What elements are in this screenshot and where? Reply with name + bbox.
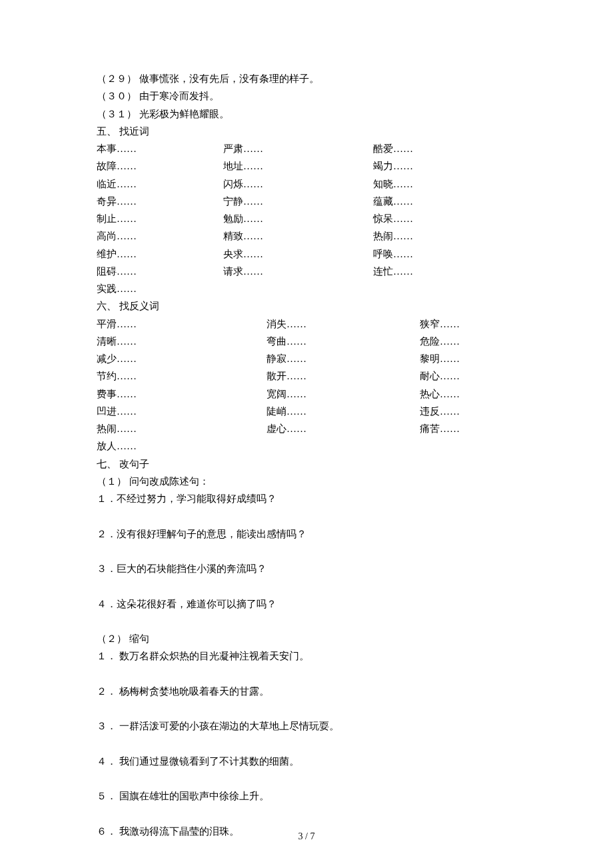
syn-cell: 央求…… (223, 245, 373, 263)
syn-cell: 宁静…… (223, 193, 373, 210)
s-item: ３． 一群活泼可爱的小孩在湖边的大草地上尽情玩耍。 (97, 717, 520, 735)
ant-cell: 热闹…… (97, 420, 267, 437)
item-30: （３０） 由于寒冷而发抖。 (97, 87, 520, 105)
syn-cell: 呼唤…… (373, 245, 520, 263)
syn-cell: 本事…… (97, 140, 223, 157)
ant-cell: 费事…… (97, 385, 267, 403)
q-item: ３．巨大的石块能挡住小溪的奔流吗？ (97, 560, 520, 577)
syn-cell: 请求…… (223, 263, 373, 280)
syn-cell: 故障…… (97, 157, 223, 175)
syn-cell: 惊呆…… (373, 210, 520, 227)
page-number: 3 / 7 (0, 829, 613, 845)
s-item: ４． 我们通过显微镜看到了不计其数的细菌。 (97, 753, 520, 770)
syn-cell: 勉励…… (223, 210, 373, 227)
ant-cell: 痛苦…… (420, 420, 520, 437)
syn-cell (223, 280, 373, 297)
syn-cell: 维护…… (97, 245, 223, 263)
syn-cell: 临近…… (97, 175, 223, 193)
q-item: １．不经过努力，学习能取得好成绩吗？ (97, 490, 520, 507)
ant-cell (420, 437, 520, 455)
item-29: （２９） 做事慌张，没有先后，没有条理的样子。 (97, 70, 520, 87)
section-5-heading: 五、 找近词 (97, 123, 520, 140)
ant-cell: 放人…… (97, 437, 267, 455)
ant-cell: 热心…… (420, 385, 520, 403)
ant-cell: 危险…… (420, 333, 520, 350)
ant-cell: 弯曲…… (267, 333, 420, 350)
q-item: ２．没有很好理解句子的意思，能读出感情吗？ (97, 525, 520, 543)
syn-cell: 严肃…… (223, 140, 373, 157)
syn-cell: 蕴藏…… (373, 193, 520, 210)
ant-cell: 耐心…… (420, 367, 520, 385)
ant-cell: 违反…… (420, 403, 520, 420)
s-item: ５． 国旗在雄壮的国歌声中徐徐上升。 (97, 787, 520, 805)
syn-cell: 奇异…… (97, 193, 223, 210)
syn-cell: 知晓…… (373, 175, 520, 193)
ant-cell: 宽阔…… (267, 385, 420, 403)
ant-cell: 节约…… (97, 367, 267, 385)
ant-cell: 黎明…… (420, 350, 520, 367)
ant-cell: 减少…… (97, 350, 267, 367)
sub1-heading: （１） 问句改成陈述句： (97, 473, 520, 490)
ant-cell: 静寂…… (267, 350, 420, 367)
ant-cell: 清晰…… (97, 333, 267, 350)
syn-cell (373, 280, 520, 297)
syn-cell: 竭力…… (373, 157, 520, 175)
ant-cell: 消失…… (267, 315, 420, 333)
ant-cell: 散开…… (267, 367, 420, 385)
syn-cell: 实践…… (97, 280, 223, 297)
section-6-heading: 六、 找反义词 (97, 297, 520, 315)
ant-cell: 虚心…… (267, 420, 420, 437)
s-item: １． 数万名群众炽热的目光凝神注视着天安门。 (97, 647, 520, 665)
ant-cell: 凹进…… (97, 403, 267, 420)
s-item: ２． 杨梅树贪婪地吮吸着春天的甘露。 (97, 683, 520, 700)
syn-cell: 热闹…… (373, 227, 520, 245)
syn-cell: 酷爱…… (373, 140, 520, 157)
ant-cell: 平滑…… (97, 315, 267, 333)
syn-cell: 连忙…… (373, 263, 520, 280)
syn-cell: 阻碍…… (97, 263, 223, 280)
sub2-heading: （２） 缩句 (97, 630, 520, 647)
ant-cell: 陡峭…… (267, 403, 420, 420)
syn-cell: 制止…… (97, 210, 223, 227)
syn-cell: 地址…… (223, 157, 373, 175)
ant-cell (267, 437, 420, 455)
item-31: （３１） 光彩极为鲜艳耀眼。 (97, 105, 520, 123)
section-7-heading: 七、 改句子 (97, 455, 520, 473)
syn-cell: 精致…… (223, 227, 373, 245)
syn-cell: 高尚…… (97, 227, 223, 245)
ant-cell: 狭窄…… (420, 315, 520, 333)
syn-cell: 闪烁…… (223, 175, 373, 193)
q-item: ４．这朵花很好看，难道你可以摘了吗？ (97, 595, 520, 613)
